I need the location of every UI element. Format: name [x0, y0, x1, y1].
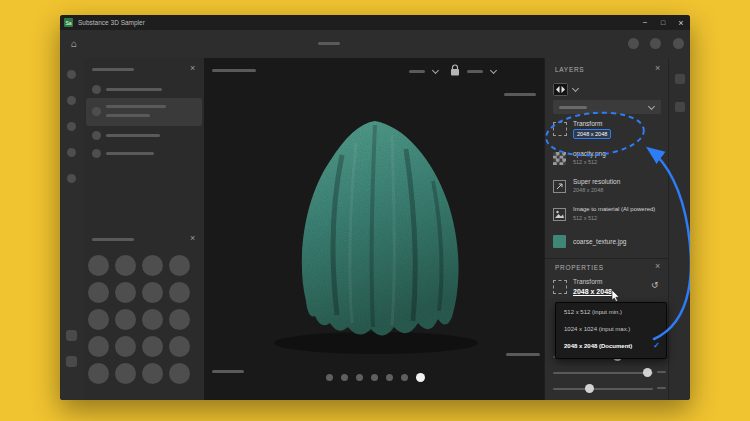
close-button[interactable]: ×: [672, 15, 690, 30]
preview-shadow: [274, 332, 478, 354]
viewport-page-dot[interactable]: [386, 374, 393, 381]
asset-thumbnail[interactable]: [115, 282, 136, 303]
layer-item-coarse-texture[interactable]: coarse_texture.jpg: [545, 232, 669, 256]
texture-thumbnail: [553, 235, 566, 248]
strip-tool-button[interactable]: [675, 102, 685, 112]
titlebar: Sa Substance 3D Sampler − □ ×: [60, 15, 690, 30]
toolbar-action-button[interactable]: [650, 38, 661, 49]
window-title: Substance 3D Sampler: [78, 19, 145, 26]
properties-panel-title: PROPERTIES: [555, 264, 604, 271]
lock-button[interactable]: [450, 63, 460, 77]
slider-value-placeholder: [657, 387, 666, 389]
option-label: 512 x 512 (input min.): [564, 309, 622, 315]
strip-tool-button[interactable]: [67, 96, 76, 105]
resolution-option-max[interactable]: 1024 x 1024 (input max.): [556, 320, 666, 337]
properties-close-button[interactable]: ×: [655, 262, 660, 271]
asset-thumbnail[interactable]: [169, 282, 190, 303]
asset-thumbnail[interactable]: [115, 255, 136, 276]
viewport-page-dot-active[interactable]: [416, 373, 425, 382]
asset-thumbnail[interactable]: [142, 336, 163, 357]
view-mode-dropdown[interactable]: [407, 64, 443, 78]
maximize-button[interactable]: □: [654, 15, 672, 30]
slider-handle[interactable]: [585, 384, 594, 393]
viewport-page-dot[interactable]: [371, 374, 378, 381]
strip-bottom-button[interactable]: [66, 356, 77, 367]
resolution-value-link[interactable]: 2048 x 2048: [573, 288, 612, 295]
list-item[interactable]: [86, 146, 202, 161]
right-icon-strip: [668, 58, 690, 400]
asset-thumbnail[interactable]: [169, 336, 190, 357]
strip-tool-button[interactable]: [67, 174, 76, 183]
chevron-down-icon: [648, 103, 655, 110]
home-button[interactable]: ⌂: [66, 35, 82, 51]
layer-item-image-to-material[interactable]: Image to material (AI powered) 512 x 512: [545, 204, 669, 230]
slider-handle[interactable]: [643, 368, 652, 377]
asset-thumbnail[interactable]: [88, 255, 109, 276]
asset-thumbnail[interactable]: [88, 363, 109, 384]
layer-size: 512 x 512: [573, 215, 597, 221]
slider-track[interactable]: [553, 388, 653, 390]
slider-value-placeholder: [657, 371, 666, 373]
minimize-button[interactable]: −: [636, 15, 654, 30]
chevron-down-icon: [490, 67, 497, 74]
toolbar-action-button[interactable]: [673, 38, 684, 49]
viewport-toolbar-placeholder: [212, 69, 256, 72]
item-text-placeholder: [106, 152, 154, 155]
list-item[interactable]: [86, 128, 202, 143]
layer-filter-dropdown[interactable]: [553, 100, 661, 114]
strip-tool-button[interactable]: [67, 70, 76, 79]
strip-tool-button[interactable]: [67, 122, 76, 131]
strip-bottom-button[interactable]: [66, 330, 77, 341]
resolution-option-min[interactable]: 512 x 512 (input min.): [556, 303, 666, 320]
asset-thumbnail[interactable]: [88, 336, 109, 357]
blend-mode-icon: [553, 83, 568, 96]
list-item-selected[interactable]: [86, 98, 202, 126]
panel-close-button[interactable]: ×: [190, 234, 195, 243]
asset-thumbnail[interactable]: [169, 363, 190, 384]
asset-thumbnail[interactable]: [88, 309, 109, 330]
asset-thumbnail[interactable]: [115, 336, 136, 357]
layer-item-transform[interactable]: Transform 2048 x 2048: [545, 116, 669, 146]
asset-thumbnail[interactable]: [88, 282, 109, 303]
blend-mode-button[interactable]: [553, 82, 583, 96]
asset-thumbnail[interactable]: [169, 309, 190, 330]
image-to-material-icon: [553, 208, 566, 221]
material-3d-preview[interactable]: [244, 103, 504, 363]
property-slider[interactable]: [553, 368, 653, 377]
resolution-option-document-selected[interactable]: 2048 x 2048 (Document) ✓: [556, 337, 666, 354]
viewport-page-dot[interactable]: [356, 374, 363, 381]
dropdown-label-placeholder: [467, 70, 483, 73]
reset-button[interactable]: ↺: [651, 280, 659, 290]
app-logo: Sa: [64, 18, 73, 27]
item-avatar: [92, 131, 101, 140]
layers-close-button[interactable]: ×: [655, 64, 660, 73]
item-avatar: [92, 107, 101, 116]
asset-thumbnail[interactable]: [142, 282, 163, 303]
strip-tool-button[interactable]: [67, 148, 76, 157]
asset-thumbnail[interactable]: [169, 255, 190, 276]
check-icon: ✓: [653, 341, 660, 350]
item-text-placeholder: [106, 114, 150, 117]
viewport-page-dot[interactable]: [401, 374, 408, 381]
panel-close-button[interactable]: ×: [190, 64, 195, 73]
chevron-down-icon: [572, 85, 579, 92]
asset-thumbnail[interactable]: [142, 363, 163, 384]
list-item[interactable]: [86, 82, 202, 97]
property-slider[interactable]: [553, 384, 653, 393]
asset-thumbnail[interactable]: [115, 363, 136, 384]
layer-item-opacity[interactable]: opacity.png 512 x 512: [545, 148, 669, 174]
layer-item-super-resolution[interactable]: Super resolution 2048 x 2048: [545, 176, 669, 202]
viewport-page-dot[interactable]: [326, 374, 333, 381]
environment-dropdown[interactable]: [465, 64, 501, 78]
section-header-placeholder: [92, 68, 134, 71]
toolbar-action-button[interactable]: [628, 38, 639, 49]
layer-size: 2048 x 2048: [573, 187, 603, 193]
option-label: 2048 x 2048 (Document): [564, 343, 632, 349]
slider-track[interactable]: [553, 372, 653, 374]
strip-tool-button[interactable]: [675, 74, 685, 84]
asset-thumbnail[interactable]: [142, 309, 163, 330]
asset-thumbnail[interactable]: [115, 309, 136, 330]
viewport[interactable]: [204, 58, 544, 400]
asset-thumbnail[interactable]: [142, 255, 163, 276]
viewport-page-dot[interactable]: [341, 374, 348, 381]
